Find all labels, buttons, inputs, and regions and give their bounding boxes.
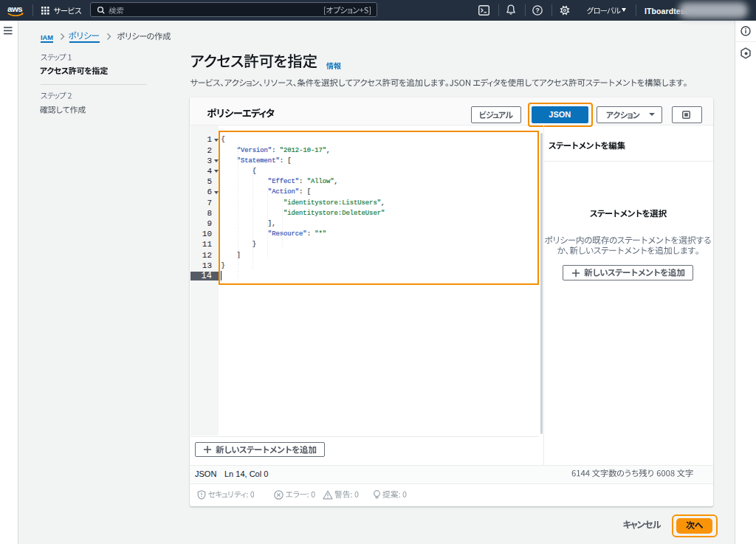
svg-text:aws: aws (7, 4, 22, 13)
svg-text:?: ? (535, 7, 540, 14)
